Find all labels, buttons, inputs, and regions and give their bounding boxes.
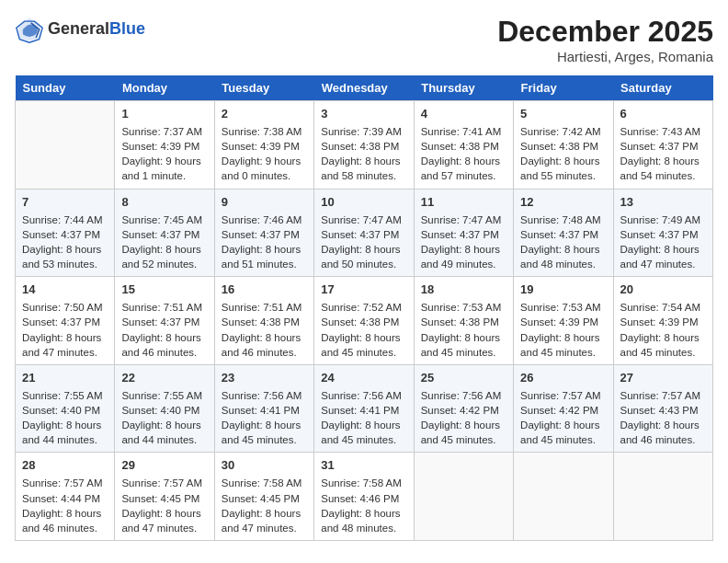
cell-data-line: Sunset: 4:39 PM — [222, 139, 307, 154]
day-of-week-header: Sunday — [16, 75, 115, 101]
calendar-week-row: 28Sunrise: 7:57 AMSunset: 4:44 PMDayligh… — [16, 453, 713, 541]
day-number: 14 — [22, 282, 108, 298]
day-number: 22 — [121, 370, 207, 386]
cell-data-line: Sunrise: 7:50 AM — [22, 300, 108, 315]
cell-data-line: Sunset: 4:42 PM — [520, 403, 606, 418]
calendar-cell: 29Sunrise: 7:57 AMSunset: 4:45 PMDayligh… — [115, 453, 214, 541]
cell-data-line: Sunset: 4:45 PM — [121, 491, 207, 506]
calendar-week-row: 14Sunrise: 7:50 AMSunset: 4:37 PMDayligh… — [16, 277, 713, 365]
calendar-cell: 28Sunrise: 7:57 AMSunset: 4:44 PMDayligh… — [16, 453, 115, 541]
cell-data-line: Sunrise: 7:45 AM — [121, 213, 207, 227]
cell-data-line: Sunset: 4:41 PM — [222, 403, 307, 418]
calendar-table: SundayMondayTuesdayWednesdayThursdayFrid… — [15, 75, 713, 541]
day-number: 3 — [321, 106, 406, 122]
calendar-cell: 26Sunrise: 7:57 AMSunset: 4:42 PMDayligh… — [514, 364, 613, 453]
cell-data-line: Daylight: 8 hours and 45 minutes. — [520, 418, 606, 447]
cell-data-line: Sunrise: 7:53 AM — [421, 300, 506, 315]
calendar-cell: 19Sunrise: 7:53 AMSunset: 4:39 PMDayligh… — [514, 277, 613, 365]
day-number: 31 — [321, 457, 406, 474]
calendar-cell: 31Sunrise: 7:58 AMSunset: 4:46 PMDayligh… — [314, 453, 414, 541]
cell-data-line: Sunset: 4:40 PM — [121, 403, 207, 418]
calendar-cell: 16Sunrise: 7:51 AMSunset: 4:38 PMDayligh… — [214, 277, 313, 365]
cell-data-line: Daylight: 9 hours and 1 minute. — [121, 154, 207, 183]
calendar-cell: 24Sunrise: 7:56 AMSunset: 4:41 PMDayligh… — [314, 364, 414, 453]
day-of-week-header: Saturday — [613, 75, 712, 101]
calendar-cell: 12Sunrise: 7:48 AMSunset: 4:37 PMDayligh… — [514, 189, 613, 277]
cell-data-line: Sunrise: 7:42 AM — [520, 124, 606, 139]
cell-data-line: Sunrise: 7:58 AM — [321, 476, 406, 490]
cell-data-line: Sunrise: 7:54 AM — [620, 300, 706, 315]
calendar-cell — [613, 453, 712, 541]
cell-data-line: Sunset: 4:38 PM — [421, 315, 506, 329]
day-number: 19 — [520, 282, 606, 298]
calendar-cell: 8Sunrise: 7:45 AMSunset: 4:37 PMDaylight… — [115, 189, 214, 277]
cell-data-line: Sunset: 4:45 PM — [222, 491, 307, 506]
cell-data-line: Sunrise: 7:44 AM — [22, 213, 108, 227]
cell-data-line: Sunrise: 7:43 AM — [620, 124, 706, 139]
day-number: 27 — [620, 370, 706, 386]
cell-data-line: Sunset: 4:38 PM — [520, 139, 606, 154]
cell-data-line: Daylight: 8 hours and 45 minutes. — [520, 330, 606, 360]
cell-data-line: Sunset: 4:41 PM — [321, 403, 406, 418]
day-number: 16 — [222, 282, 307, 298]
cell-data-line: Sunrise: 7:56 AM — [222, 388, 307, 403]
cell-data-line: Sunrise: 7:57 AM — [520, 388, 606, 403]
cell-data-line: Sunset: 4:39 PM — [620, 315, 706, 329]
calendar-header-row: SundayMondayTuesdayWednesdayThursdayFrid… — [16, 75, 713, 101]
day-number: 1 — [121, 106, 207, 122]
day-number: 13 — [620, 194, 706, 211]
day-number: 8 — [121, 194, 207, 211]
cell-data-line: Daylight: 8 hours and 50 minutes. — [321, 242, 406, 271]
calendar-cell: 5Sunrise: 7:42 AMSunset: 4:38 PMDaylight… — [514, 101, 613, 190]
cell-data-line: Sunset: 4:39 PM — [520, 315, 606, 329]
cell-data-line: Daylight: 8 hours and 45 minutes. — [321, 330, 406, 360]
day-number: 18 — [421, 282, 506, 298]
day-of-week-header: Monday — [115, 75, 214, 101]
calendar-cell: 30Sunrise: 7:58 AMSunset: 4:45 PMDayligh… — [214, 453, 313, 541]
logo: GeneralBlue — [15, 15, 145, 44]
cell-data-line: Sunset: 4:37 PM — [620, 139, 706, 154]
cell-data-line: Sunrise: 7:49 AM — [620, 213, 706, 227]
cell-data-line: Sunset: 4:42 PM — [421, 403, 506, 418]
cell-data-line: Sunrise: 7:51 AM — [121, 300, 207, 315]
month-year: December 2025 — [497, 15, 713, 49]
cell-data-line: Sunset: 4:38 PM — [321, 139, 406, 154]
day-number: 10 — [321, 194, 406, 211]
day-number: 5 — [520, 106, 606, 122]
cell-data-line: Daylight: 8 hours and 46 minutes. — [222, 330, 307, 360]
calendar-cell — [514, 453, 613, 541]
cell-data-line: Sunrise: 7:47 AM — [421, 213, 506, 227]
cell-data-line: Daylight: 8 hours and 45 minutes. — [421, 330, 506, 360]
location: Hartiesti, Arges, Romania — [497, 49, 713, 64]
cell-data-line: Sunrise: 7:41 AM — [421, 124, 506, 139]
cell-data-line: Daylight: 8 hours and 44 minutes. — [121, 418, 207, 447]
cell-data-line: Sunset: 4:38 PM — [222, 315, 307, 329]
calendar-cell: 25Sunrise: 7:56 AMSunset: 4:42 PMDayligh… — [414, 364, 513, 453]
day-number: 30 — [222, 457, 307, 474]
calendar-week-row: 7Sunrise: 7:44 AMSunset: 4:37 PMDaylight… — [16, 189, 713, 277]
calendar-cell — [414, 453, 513, 541]
cell-data-line: Daylight: 8 hours and 47 minutes. — [222, 506, 307, 535]
logo-text: GeneralBlue — [48, 20, 145, 39]
day-number: 23 — [222, 370, 307, 386]
cell-data-line: Sunrise: 7:55 AM — [22, 388, 108, 403]
cell-data-line: Sunrise: 7:58 AM — [222, 476, 307, 490]
cell-data-line: Sunrise: 7:37 AM — [121, 124, 207, 139]
cell-data-line: Sunset: 4:37 PM — [421, 227, 506, 242]
day-number: 11 — [421, 194, 506, 211]
day-number: 12 — [520, 194, 606, 211]
cell-data-line: Sunset: 4:38 PM — [321, 315, 406, 329]
day-number: 9 — [222, 194, 307, 211]
calendar-cell: 23Sunrise: 7:56 AMSunset: 4:41 PMDayligh… — [214, 364, 313, 453]
day-number: 7 — [22, 194, 108, 211]
cell-data-line: Sunset: 4:40 PM — [22, 403, 108, 418]
day-of-week-header: Friday — [514, 75, 613, 101]
cell-data-line: Sunset: 4:43 PM — [620, 403, 706, 418]
cell-data-line: Daylight: 8 hours and 44 minutes. — [22, 418, 108, 447]
day-number: 6 — [620, 106, 706, 122]
calendar-cell: 2Sunrise: 7:38 AMSunset: 4:39 PMDaylight… — [214, 101, 313, 190]
cell-data-line: Sunrise: 7:53 AM — [520, 300, 606, 315]
day-number: 25 — [421, 370, 506, 386]
calendar-cell: 20Sunrise: 7:54 AMSunset: 4:39 PMDayligh… — [613, 277, 712, 365]
cell-data-line: Daylight: 8 hours and 51 minutes. — [222, 242, 307, 271]
